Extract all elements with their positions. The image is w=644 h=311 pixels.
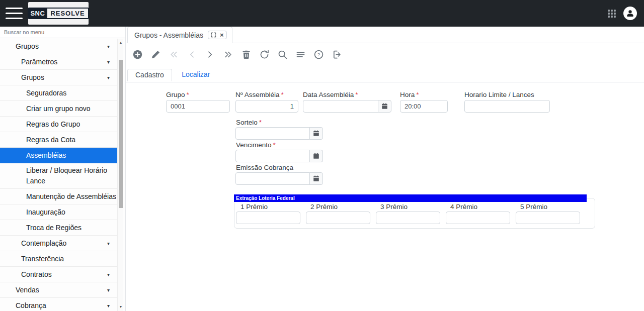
toolbar-exit-button[interactable] bbox=[332, 49, 342, 60]
premio-1-label: 1 Prêmio bbox=[240, 203, 268, 211]
grupo-input[interactable] bbox=[166, 100, 230, 113]
calendar-icon bbox=[313, 175, 319, 182]
premio-4-label: 4 Prêmio bbox=[450, 203, 477, 211]
sorteio-calendar-button[interactable] bbox=[309, 127, 323, 140]
menu-search-input[interactable] bbox=[0, 27, 125, 38]
sidebar-scrollbar[interactable]: ▲ ▼ bbox=[117, 39, 123, 311]
refresh-icon bbox=[259, 49, 270, 60]
sidebar-item-contratos[interactable]: Contratos▾ bbox=[0, 267, 117, 282]
main-content: Grupos - Assembléias × ? Cadastro Locali… bbox=[126, 27, 644, 311]
sidebar-item-label: Liberar / Bloquear Horário Lance bbox=[26, 165, 117, 186]
emissao-cobranca-input[interactable] bbox=[235, 172, 310, 185]
user-avatar[interactable] bbox=[623, 7, 637, 20]
form-tabs: Cadastro Localizar bbox=[126, 68, 644, 82]
premio-5-input[interactable] bbox=[516, 212, 580, 224]
sorteio-input[interactable] bbox=[235, 127, 310, 140]
scrollbar-up-icon[interactable]: ▲ bbox=[118, 40, 124, 46]
sidebar-item-cobranca[interactable]: Cobrança▾ bbox=[0, 298, 117, 311]
close-tab-icon[interactable]: × bbox=[220, 32, 224, 38]
grupo-label: Grupo* bbox=[166, 91, 189, 98]
sidebar-item-grupos[interactable]: Grupos▾ bbox=[0, 39, 117, 54]
sorteio-label: Sorteio* bbox=[236, 119, 262, 126]
expand-icon[interactable] bbox=[211, 32, 216, 38]
search-icon bbox=[277, 49, 288, 60]
app-window: SNC RESOLVE Grupos▾Parâmetros▾G bbox=[0, 0, 644, 311]
svg-text:?: ? bbox=[317, 52, 320, 57]
toolbar-delete-button[interactable] bbox=[241, 49, 252, 60]
tab-localizar[interactable]: Localizar bbox=[174, 69, 217, 80]
toolbar-list-button[interactable] bbox=[295, 49, 306, 60]
logo-text-primary: SNC bbox=[28, 8, 47, 19]
sidebar-item-seguradoras[interactable]: Seguradoras bbox=[0, 85, 117, 101]
last-icon bbox=[223, 49, 233, 60]
toolbar-next-button[interactable] bbox=[205, 49, 215, 60]
person-icon bbox=[626, 9, 634, 18]
help-icon: ? bbox=[313, 49, 324, 60]
sidebar-item-assembleias[interactable]: Assembléias bbox=[0, 148, 117, 163]
horario-limite-label: Horario Limite / Lances bbox=[464, 91, 534, 98]
emissao-cobranca-calendar-button[interactable] bbox=[309, 172, 323, 185]
num-assembleia-label: Nº Assembléia* bbox=[235, 91, 284, 98]
edit-icon bbox=[150, 49, 161, 60]
sidebar-item-label: Troca de Regiões bbox=[26, 223, 82, 233]
toolbar-last-button[interactable] bbox=[223, 49, 233, 60]
hora-input[interactable] bbox=[400, 100, 448, 113]
exit-icon bbox=[332, 49, 342, 60]
vencimento-group bbox=[235, 150, 323, 162]
scrollbar-down-icon[interactable]: ▼ bbox=[118, 304, 124, 310]
data-assembleia-input[interactable] bbox=[303, 100, 378, 113]
sidebar-item-regras-da-cota[interactable]: Regras da Cota bbox=[0, 132, 117, 148]
premio-3-input[interactable] bbox=[376, 212, 440, 224]
data-assembleia-calendar-button[interactable] bbox=[378, 100, 391, 113]
toolbar-search-button[interactable] bbox=[277, 49, 288, 60]
sidebar-menu: Grupos▾Parâmetros▾Grupos▾SeguradorasCria… bbox=[0, 39, 117, 311]
sidebar-item-grupos-sub[interactable]: Grupos▾ bbox=[0, 70, 117, 85]
sidebar-item-label: Regras da Cota bbox=[26, 135, 75, 145]
toolbar-add-button[interactable] bbox=[132, 49, 143, 60]
chevron-down-icon: ▾ bbox=[107, 286, 110, 294]
data-assembleia-label: Data Assembléia* bbox=[303, 91, 358, 98]
scrollbar-thumb[interactable] bbox=[119, 60, 123, 208]
lottery-panel-title: Extração Loteria Federal bbox=[234, 194, 587, 202]
next-icon bbox=[205, 49, 215, 60]
chevron-down-icon: ▾ bbox=[107, 271, 110, 278]
sidebar-item-regras-do-grupo[interactable]: Regras do Grupo bbox=[0, 117, 117, 132]
premio-2-label: 2 Prêmio bbox=[310, 203, 338, 211]
sidebar-search bbox=[0, 27, 125, 38]
workspace-tab-grupos-assembleias[interactable]: Grupos - Assembléias × bbox=[127, 27, 232, 43]
toolbar-first-button bbox=[169, 49, 179, 60]
toolbar-help-button[interactable]: ? bbox=[313, 49, 324, 60]
chevron-down-icon: ▾ bbox=[107, 43, 110, 50]
num-assembleia-input[interactable] bbox=[235, 100, 298, 113]
sidebar-item-transferencia[interactable]: Transferência bbox=[0, 251, 117, 267]
horario-limite-input[interactable] bbox=[464, 100, 550, 113]
sidebar-item-label: Assembléias bbox=[26, 150, 66, 161]
vencimento-input[interactable] bbox=[235, 150, 310, 162]
emissao-cobranca-label: Emissão Cobrança bbox=[236, 164, 293, 171]
vencimento-calendar-button[interactable] bbox=[309, 150, 323, 162]
sidebar-item-label: Contratos bbox=[21, 269, 52, 280]
topbar: SNC RESOLVE bbox=[0, 0, 644, 27]
tab-cadastro[interactable]: Cadastro bbox=[127, 69, 172, 81]
sidebar-item-label: Vendas bbox=[16, 285, 39, 295]
toolbar-edit-button[interactable] bbox=[150, 49, 161, 60]
sidebar-item-manutencao-assembleias[interactable]: Manutenção de Assembléias bbox=[0, 189, 117, 204]
sidebar-item-label: Transferência bbox=[21, 254, 64, 264]
sidebar-item-liberar-bloquear-horario-lance[interactable]: Liberar / Bloquear Horário Lance bbox=[0, 163, 117, 189]
sidebar-item-vendas[interactable]: Vendas▾ bbox=[0, 282, 117, 298]
hamburger-menu-icon[interactable] bbox=[6, 8, 23, 20]
premio-2-input[interactable] bbox=[306, 212, 370, 224]
toolbar-refresh-button[interactable] bbox=[259, 49, 270, 60]
sidebar-item-parametros[interactable]: Parâmetros▾ bbox=[0, 54, 117, 70]
add-icon bbox=[132, 49, 143, 60]
sidebar-item-inauguracao[interactable]: Inauguração bbox=[0, 204, 117, 220]
sidebar-item-troca-de-regioes[interactable]: Troca de Regiões bbox=[0, 220, 117, 236]
sorteio-group bbox=[235, 127, 323, 140]
chevron-down-icon: ▾ bbox=[107, 302, 110, 309]
sidebar-item-label: Contemplação bbox=[21, 238, 66, 249]
apps-grid-icon[interactable] bbox=[607, 9, 616, 18]
premio-1-input[interactable] bbox=[236, 212, 300, 224]
sidebar-item-contemplacao[interactable]: Contemplação▾ bbox=[0, 236, 117, 251]
sidebar-item-criar-grupo-novo[interactable]: Criar um grupo novo bbox=[0, 101, 117, 117]
premio-4-input[interactable] bbox=[446, 212, 510, 224]
